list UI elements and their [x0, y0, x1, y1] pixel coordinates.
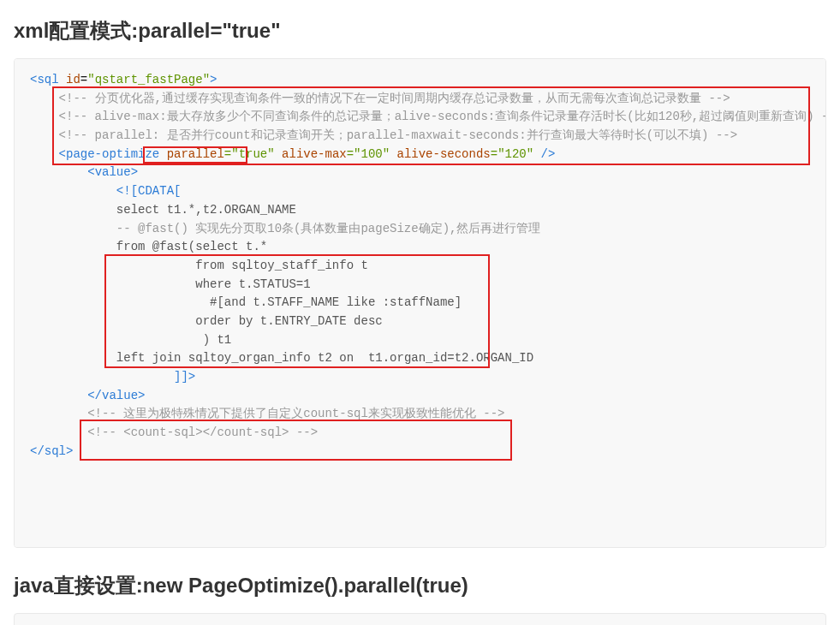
- cmt2-close: -->: [821, 110, 826, 123]
- sql-line7: ) t1: [116, 333, 231, 347]
- java-config-heading: java直接设置:new PageOptimize().parallel(tru…: [14, 572, 826, 599]
- value-close-gt: >: [138, 389, 145, 402]
- sql-fast-cmt: -- @fast() 实现先分页取10条(具体数量由pageSize确定),然后…: [116, 222, 541, 235]
- value-open-tag: value: [95, 165, 131, 179]
- value-close-lt: </: [87, 389, 102, 402]
- sql-end-tag: sql: [45, 444, 66, 458]
- java-code-block: PaginationModel<StaffInfoVO> result = sq…: [14, 613, 826, 625]
- cmt1-open: <!--: [59, 92, 88, 105]
- cmt5-close: -->: [296, 426, 318, 439]
- cdata-open: <![CDATA[: [116, 184, 182, 198]
- cmt5-open: <!--: [87, 426, 116, 439]
- sql-end-lt: </: [30, 444, 45, 458]
- value-open-gt: >: [131, 165, 138, 179]
- sql-line2: from @fast(select t.*: [116, 240, 267, 253]
- sql-eq: =: [80, 73, 87, 86]
- cmt4-close: -->: [483, 407, 504, 420]
- cmt1-body: 分页优化器,通过缓存实现查询条件一致的情况下在一定时间周期内缓存总记录数量，从而…: [87, 92, 708, 105]
- po-lt: <: [59, 147, 66, 161]
- po-a2: alive-max: [275, 147, 347, 161]
- sql-id-attr: id: [59, 73, 80, 86]
- xml-code-block: <sql id="qstart_fastPage"> <!-- 分页优化器,通过…: [14, 58, 826, 548]
- po-v2: ="100": [347, 147, 390, 161]
- po-tag: page-optimize: [66, 147, 159, 161]
- cmt3-close: -->: [716, 128, 737, 142]
- value-close-tag: value: [102, 389, 138, 402]
- value-open-lt: <: [87, 165, 94, 179]
- sql-line3: from sqltoy_staff_info t: [116, 259, 368, 272]
- po-end: />: [533, 147, 555, 161]
- sql-open-gt: >: [210, 73, 217, 86]
- xml-config-heading: xml配置模式:parallel="true": [14, 17, 826, 45]
- sql-line8: left join sqltoy_organ_info t2 on t1.org…: [116, 351, 533, 365]
- cmt3-body: parallel: 是否并行count和记录查询开关；parallel-maxw…: [87, 128, 716, 142]
- sql-line6: order by t.ENTRY_DATE desc: [116, 314, 383, 328]
- cmt2-body: alive-max:最大存放多少个不同查询条件的总记录量；alive-secon…: [87, 110, 821, 123]
- cdata-close: ]]>: [174, 370, 195, 384]
- sql-end-gt: >: [66, 444, 73, 458]
- po-v1: ="true": [224, 147, 275, 161]
- sql-line5: #[and t.STAFF_NAME like :staffName]: [116, 295, 462, 309]
- cmt4-open: <!--: [87, 407, 116, 420]
- sql-line1: select t1.*,t2.ORGAN_NAME: [116, 203, 296, 217]
- sql-id-val: "qstart_fastPage": [87, 73, 210, 86]
- sql-open-tag: sql: [37, 73, 58, 86]
- cmt4-body: 这里为极特殊情况下提供了自定义count-sql来实现极致性能优化: [116, 407, 483, 420]
- cmt2-open: <!--: [59, 110, 88, 123]
- cmt5-body: <count-sql></count-sql>: [116, 426, 296, 439]
- po-a3: alive-seconds: [390, 147, 491, 161]
- po-a1: parallel: [159, 147, 224, 161]
- cmt3-open: <!--: [59, 128, 88, 142]
- sql-line4: where t.STATUS=1: [116, 277, 311, 291]
- po-v3: ="120": [491, 147, 533, 161]
- cmt1-close: -->: [708, 92, 730, 105]
